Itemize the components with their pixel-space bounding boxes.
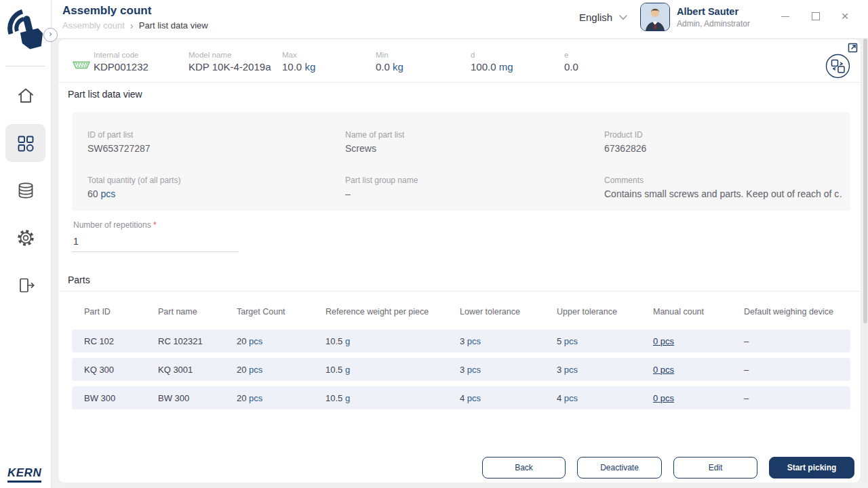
col-reference-weight: Reference weight per piece bbox=[313, 307, 448, 317]
sidebar-item-settings[interactable] bbox=[5, 219, 45, 257]
action-bar: Back Deactivate Edit Start picking bbox=[482, 457, 854, 479]
device-bar-divider bbox=[58, 82, 861, 83]
field-value: KDP 10K-4-2019a bbox=[189, 61, 271, 73]
touch-hand-logo-icon bbox=[6, 7, 45, 55]
top-bar: Assembly count Assembly count › Part lis… bbox=[52, 0, 868, 39]
sidebar-expand-button[interactable]: › bbox=[43, 28, 58, 42]
cell-part-id: BW 300 bbox=[72, 393, 146, 403]
table-header-row: Part ID Part name Target Count Reference… bbox=[72, 305, 850, 319]
col-lower-tolerance: Lower tolerance bbox=[448, 307, 545, 317]
cell-part-name: BW 300 bbox=[146, 393, 224, 403]
cell-ref-weight: 10.5 g bbox=[313, 393, 448, 403]
device-internal-code: Internal code KDP001232 bbox=[94, 51, 149, 73]
cell-device: – bbox=[732, 393, 850, 403]
sidebar-item-apps[interactable] bbox=[5, 124, 45, 162]
field-id-of-part-list: ID of part list SW653727287 bbox=[87, 130, 151, 154]
sidebar-item-home[interactable] bbox=[5, 77, 45, 115]
field-label: Product ID bbox=[604, 130, 646, 140]
user-menu[interactable]: Albert Sauter Admin, Adminstrator bbox=[640, 3, 750, 31]
field-value: 0.0 bbox=[564, 61, 578, 73]
cell-part-name: RC 102321 bbox=[146, 336, 224, 346]
parts-divider bbox=[58, 291, 861, 291]
sidebar: › bbox=[0, 0, 52, 488]
field-unit: kg bbox=[393, 61, 403, 73]
deactivate-button[interactable]: Deactivate bbox=[577, 457, 662, 479]
chevron-down-icon bbox=[619, 15, 627, 20]
field-total-quantity: Total quantity (of all parts) 60 pcs bbox=[87, 176, 180, 199]
cell-upper: 4 pcs bbox=[545, 393, 641, 403]
field-label: e bbox=[564, 51, 578, 59]
cell-manual-count: 0 pcs bbox=[641, 336, 732, 346]
field-label: Min bbox=[376, 51, 403, 59]
field-value: 0.0 bbox=[376, 61, 390, 73]
device-d: d 100.0 mg bbox=[471, 51, 513, 73]
col-target-count: Target Count bbox=[224, 307, 313, 317]
col-part-id: Part ID bbox=[72, 307, 146, 317]
cell-ref-weight: 10.5 g bbox=[313, 365, 448, 375]
part-list-summary-panel: ID of part list SW653727287 Name of part… bbox=[72, 113, 850, 211]
table-row[interactable]: BW 300 BW 300 20 pcs 10.5 g 4 pcs 4 pcs … bbox=[72, 386, 850, 409]
section-title-parts: Parts bbox=[68, 274, 90, 285]
cell-target: 20 pcs bbox=[224, 336, 313, 346]
field-value: 10.0 bbox=[282, 61, 302, 73]
breadcrumb: Assembly count › Part list data view bbox=[62, 20, 208, 30]
scrollbar-thumb[interactable] bbox=[863, 39, 867, 323]
change-device-button[interactable] bbox=[825, 54, 850, 81]
repetitions-input[interactable] bbox=[72, 231, 239, 252]
field-name-of-part-list: Name of part list Screws bbox=[345, 130, 404, 154]
cell-part-id: KQ 300 bbox=[72, 365, 146, 375]
required-asterisk: * bbox=[153, 220, 157, 230]
sidebar-item-database[interactable] bbox=[5, 171, 45, 209]
edit-button[interactable]: Edit bbox=[673, 457, 757, 479]
field-value: KDP001232 bbox=[94, 61, 149, 73]
page-title: Assembly count bbox=[62, 4, 151, 18]
col-default-device: Default weighing device bbox=[732, 307, 850, 317]
section-title-part-list: Part list data view bbox=[68, 89, 142, 100]
close-button[interactable]: × bbox=[840, 11, 850, 22]
logout-icon bbox=[16, 275, 36, 296]
start-picking-button[interactable]: Start picking bbox=[769, 457, 854, 479]
cell-manual-count: 0 pcs bbox=[641, 365, 732, 375]
back-button[interactable]: Back bbox=[482, 457, 566, 479]
manual-count-link[interactable]: 0 pcs bbox=[653, 393, 674, 403]
cell-target: 20 pcs bbox=[224, 393, 313, 403]
swap-device-icon bbox=[825, 54, 850, 79]
cell-lower: 3 pcs bbox=[448, 365, 545, 375]
breadcrumb-parent[interactable]: Assembly count bbox=[62, 20, 125, 30]
field-label: Name of part list bbox=[345, 130, 404, 140]
table-row[interactable]: KQ 300 KQ 3001 20 pcs 10.5 g 3 pcs 3 pcs… bbox=[72, 358, 850, 381]
field-value: Screws bbox=[345, 143, 404, 154]
manual-count-link[interactable]: 0 pcs bbox=[653, 365, 674, 375]
cell-lower: 3 pcs bbox=[448, 336, 545, 346]
field-label: Part list group name bbox=[345, 176, 418, 185]
field-group-name: Part list group name – bbox=[345, 176, 418, 199]
cell-device: – bbox=[732, 336, 850, 346]
field-label: Max bbox=[282, 51, 315, 59]
field-value: 60 bbox=[87, 188, 98, 199]
field-value: – bbox=[345, 188, 418, 199]
field-label: Internal code bbox=[94, 51, 149, 59]
language-selector[interactable]: English bbox=[579, 12, 627, 23]
minimize-icon bbox=[781, 16, 789, 17]
field-value: 67362826 bbox=[604, 143, 646, 154]
cell-upper: 5 pcs bbox=[545, 336, 641, 346]
field-label: Total quantity (of all parts) bbox=[87, 176, 180, 185]
cell-part-name: KQ 3001 bbox=[146, 365, 224, 375]
manual-count-link[interactable]: 0 pcs bbox=[653, 336, 674, 346]
table-row[interactable]: RC 102 RC 102321 20 pcs 10.5 g 3 pcs 5 p… bbox=[72, 329, 850, 352]
breadcrumb-current: Part list data view bbox=[139, 20, 208, 30]
user-name: Albert Sauter bbox=[677, 6, 750, 17]
sidebar-item-logout[interactable] bbox=[5, 266, 45, 304]
connector-icon bbox=[72, 60, 91, 70]
minimize-button[interactable] bbox=[780, 11, 791, 22]
field-unit: pcs bbox=[100, 188, 115, 199]
scrollbar[interactable] bbox=[863, 39, 867, 482]
breadcrumb-separator-icon: › bbox=[130, 21, 134, 30]
device-max: Max 10.0 kg bbox=[282, 51, 315, 73]
cell-device: – bbox=[732, 365, 850, 375]
avatar bbox=[640, 3, 670, 31]
app-window: › bbox=[0, 0, 868, 488]
device-e: e 0.0 bbox=[564, 51, 578, 73]
main-content-card: Internal code KDP001232 Model name KDP 1… bbox=[58, 39, 861, 483]
maximize-button[interactable] bbox=[810, 11, 821, 22]
